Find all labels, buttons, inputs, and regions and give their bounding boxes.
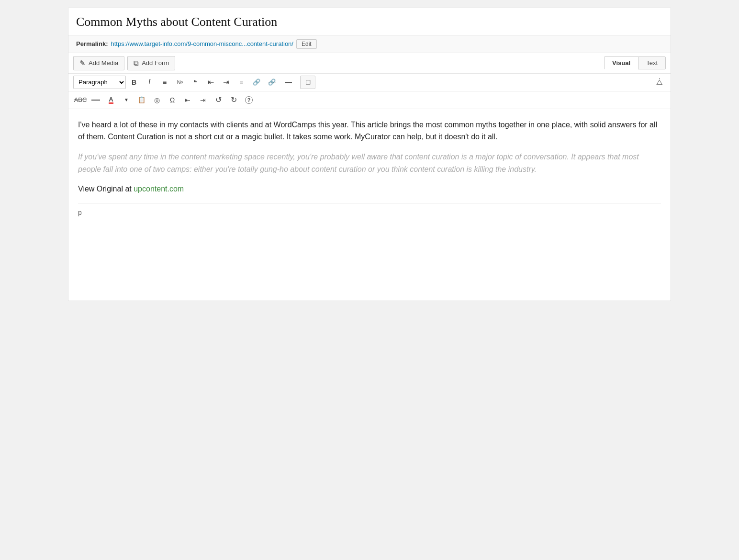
ul-icon: ≡ xyxy=(163,78,167,86)
expand-icon: ⧊ xyxy=(656,78,662,87)
content-paragraph2-italic: If you've spent any time in the content … xyxy=(78,151,661,175)
insert-link-button[interactable]: 🔗 xyxy=(249,76,264,89)
unordered-list-button[interactable]: ≡ xyxy=(157,76,172,89)
fullscreen-button[interactable]: ⧊ xyxy=(652,76,666,89)
more-icon: — xyxy=(285,78,292,86)
editor-content[interactable]: I've heard a lot of these in my contacts… xyxy=(68,109,671,301)
bottom-paragraph-marker: p xyxy=(78,203,661,218)
align-right-button[interactable]: ≡ xyxy=(234,76,248,89)
add-form-label: Add Form xyxy=(142,59,169,67)
color-underline-indicator: A xyxy=(109,96,113,104)
toolbar-left: ✎ Add Media ⧉ Add Form xyxy=(73,56,175,70)
hr-icon: — xyxy=(91,95,100,105)
permalink-edit-button[interactable]: Edit xyxy=(296,39,317,49)
paste-icon: 📋 xyxy=(138,96,146,103)
permalink-bar: Permalink: https://www.target-info.com/9… xyxy=(68,35,671,53)
add-media-label: Add Media xyxy=(89,59,118,67)
format-select[interactable]: Paragraph Heading 1 Heading 2 Heading 3 … xyxy=(73,76,126,89)
omega-icon: Ω xyxy=(170,96,175,104)
text-color-icon: A xyxy=(109,96,113,104)
toolbar-row2: Paragraph Heading 1 Heading 2 Heading 3 … xyxy=(68,74,671,91)
permalink-label: Permalink: xyxy=(76,40,108,47)
align-right-icon: ≡ xyxy=(240,78,243,86)
title-area xyxy=(68,8,671,35)
add-form-button[interactable]: ⧉ Add Form xyxy=(127,56,175,70)
remove-link-button[interactable]: 🔗 xyxy=(265,76,279,89)
paste-as-text-button[interactable]: 📋 xyxy=(134,93,149,107)
read-more-button[interactable]: — xyxy=(280,76,297,89)
ol-icon: № xyxy=(177,79,183,86)
link-icon: 🔗 xyxy=(253,78,260,86)
italic-button[interactable]: I xyxy=(142,76,157,89)
italic-icon: I xyxy=(148,78,151,86)
post-title-input[interactable] xyxy=(76,14,663,30)
toolbar-row1: ✎ Add Media ⧉ Add Form Visual Text xyxy=(68,53,671,74)
bold-icon: B xyxy=(132,78,136,86)
kitchen-sink-button[interactable]: ◫ xyxy=(300,76,315,89)
upcontent-link[interactable]: upcontent.com xyxy=(134,185,184,193)
view-original-line: View Original at upcontent.com xyxy=(78,183,661,195)
color-chevron-icon: ▼ xyxy=(124,97,129,102)
outdent-icon: ⇤ xyxy=(185,96,190,104)
content-paragraph1: I've heard a lot of these in my contacts… xyxy=(78,119,661,143)
kitchen-sink-icon: ◫ xyxy=(305,79,311,85)
media-icon: ✎ xyxy=(79,59,86,67)
toolbar-row2-right: ⧊ xyxy=(652,76,666,89)
permalink-link[interactable]: https://www.target-info.com/9-common-mis… xyxy=(111,40,293,47)
undo-button[interactable]: ↺ xyxy=(211,93,225,107)
strikethrough-icon: ABC xyxy=(74,96,87,103)
clear-formatting-button[interactable]: ◎ xyxy=(150,93,164,107)
outdent-button[interactable]: ⇤ xyxy=(180,93,195,107)
help-button[interactable]: ? xyxy=(242,93,256,107)
unlink-icon: 🔗 xyxy=(268,78,276,86)
align-center-icon: ⇥ xyxy=(223,78,229,87)
tab-text[interactable]: Text xyxy=(638,56,666,69)
text-color-button[interactable]: A xyxy=(104,93,118,107)
toolbar-right: Visual Text xyxy=(604,56,666,69)
help-icon: ? xyxy=(245,96,253,104)
ordered-list-button[interactable]: № xyxy=(173,76,187,89)
view-original-prefix: View Original at xyxy=(78,185,134,193)
toolbar-row2-inner: Paragraph Heading 1 Heading 2 Heading 3 … xyxy=(73,76,651,89)
color-dropdown-button[interactable]: ▼ xyxy=(119,93,134,107)
indent-button[interactable]: ⇥ xyxy=(196,93,210,107)
redo-button[interactable]: ↻ xyxy=(226,93,241,107)
quote-icon: ❝ xyxy=(193,78,197,86)
indent-icon: ⇥ xyxy=(200,96,206,104)
special-chars-button[interactable]: Ω xyxy=(165,93,179,107)
toolbar-row3: ABC — A ▼ 📋 ◎ Ω ⇤ ⇥ ↺ ↻ xyxy=(68,91,671,109)
align-left-button[interactable]: ⇤ xyxy=(203,76,218,89)
editor-container: Permalink: https://www.target-info.com/9… xyxy=(68,8,671,301)
bold-button[interactable]: B xyxy=(127,76,141,89)
blockquote-button[interactable]: ❝ xyxy=(188,76,202,89)
clear-icon: ◎ xyxy=(154,96,160,104)
form-icon: ⧉ xyxy=(134,59,139,67)
undo-icon: ↺ xyxy=(215,95,222,104)
tab-visual[interactable]: Visual xyxy=(604,56,638,69)
align-center-button[interactable]: ⇥ xyxy=(219,76,233,89)
align-left-icon: ⇤ xyxy=(208,78,214,87)
add-media-button[interactable]: ✎ Add Media xyxy=(73,56,124,70)
horizontal-rule-button[interactable]: — xyxy=(89,93,103,107)
redo-icon: ↻ xyxy=(231,95,237,104)
strikethrough-button[interactable]: ABC xyxy=(73,93,88,107)
